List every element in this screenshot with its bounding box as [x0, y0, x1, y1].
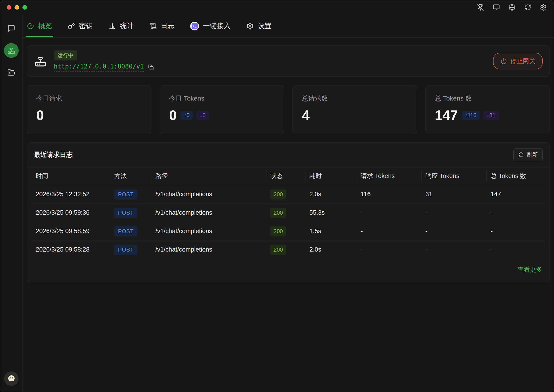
scroll-icon: [149, 22, 157, 30]
cell-res-tokens: -: [421, 222, 486, 240]
cell-req-tokens: -: [357, 222, 421, 240]
tab-label: 统计: [120, 21, 134, 31]
table-row: 2026/3/25 12:32:52 POST /v1/chat/complet…: [32, 185, 545, 204]
method-badge: POST: [114, 245, 137, 255]
traffic-lights: [7, 5, 27, 10]
cell-path: /v1/chat/completions: [151, 204, 266, 222]
router-icon: [34, 55, 47, 68]
output-tokens-chip: ↓31: [483, 111, 499, 120]
refresh-icon[interactable]: [524, 4, 531, 11]
cell-duration: 1.5s: [305, 222, 356, 240]
gauge-icon: [27, 22, 34, 30]
cell-time: 2026/3/25 09:58:59: [32, 222, 110, 240]
key-icon: [68, 22, 75, 30]
cell-res-tokens: -: [421, 240, 486, 259]
tab-overview[interactable]: 概览: [27, 14, 52, 37]
stop-gateway-label: 停止网关: [510, 57, 535, 65]
stop-gateway-button[interactable]: 停止网关: [493, 53, 543, 70]
tab-label: 一键接入: [203, 21, 230, 31]
gateway-status-card: 运行中 http://127.0.0.1:8080/v1 停止网关: [27, 45, 550, 77]
bar-chart-icon: [108, 22, 116, 30]
stat-card-total-tokens: 总 Tokens 数 147 ↑116 ↓31: [425, 85, 550, 134]
logs-title: 最近请求日志: [34, 150, 73, 159]
status-badge: 运行中: [54, 50, 77, 60]
assistant-avatar[interactable]: [4, 371, 18, 386]
status-code-badge: 200: [270, 245, 286, 255]
tab-quick-connect[interactable]: >_ 一键接入: [190, 14, 230, 37]
col-time: 时间: [32, 167, 110, 185]
titlebar: [0, 0, 554, 14]
table-header-row: 时间 方法 路径 状态 耗时 请求 Tokens 响应 Tokens 总 Tok…: [32, 167, 545, 185]
stat-label: 总 Tokens 数: [435, 94, 541, 103]
stats-row: 今日请求 0 今日 Tokens 0 ↑0 ↓0 总请求数 4: [27, 85, 550, 134]
refresh-logs-button[interactable]: 刷新: [513, 148, 543, 161]
stat-value: 4: [302, 108, 309, 122]
cell-duration: 2.0s: [305, 240, 356, 259]
col-duration: 耗时: [305, 167, 356, 185]
monitor-icon[interactable]: [493, 4, 500, 11]
folder-open-icon: [7, 69, 15, 77]
refresh-label: 刷新: [527, 151, 538, 158]
cell-total-tokens: -: [486, 204, 545, 222]
cell-path: /v1/chat/completions: [151, 185, 266, 204]
tab-stats[interactable]: 统计: [108, 14, 134, 37]
cell-req-tokens: 116: [357, 185, 421, 204]
terminal-app-icon: >_: [190, 22, 199, 30]
cell-time: 2026/3/25 09:59:36: [32, 204, 110, 222]
globe-icon[interactable]: [509, 4, 515, 11]
stat-value: 0: [36, 108, 44, 122]
view-more-link[interactable]: 查看更多: [517, 266, 542, 273]
status-code-badge: 200: [270, 226, 286, 236]
recent-logs-card: 最近请求日志 刷新: [27, 142, 550, 283]
app-window: 概览 密钥 统计 日志 >_ 一键接入: [0, 0, 554, 392]
terminal-glyph: >_: [192, 23, 198, 29]
cell-total-tokens: -: [486, 240, 545, 259]
cell-total-tokens: -: [486, 222, 545, 240]
input-tokens-chip: ↑0: [180, 111, 193, 120]
titlebar-actions: [477, 4, 547, 11]
col-res-tokens: 响应 Tokens: [421, 167, 486, 185]
status-code-badge: 200: [270, 208, 286, 218]
method-badge: POST: [114, 208, 137, 218]
stat-card-today-requests: 今日请求 0: [27, 85, 151, 134]
cell-req-tokens: -: [357, 204, 421, 222]
cell-res-tokens: -: [421, 204, 486, 222]
tab-keys[interactable]: 密钥: [68, 14, 93, 37]
tab-settings[interactable]: 设置: [246, 14, 272, 37]
cell-path: /v1/chat/completions: [151, 222, 266, 240]
stat-label: 总请求数: [302, 94, 408, 103]
cell-time: 2026/3/25 12:32:52: [32, 185, 110, 204]
mascot-icon: [7, 373, 16, 384]
col-method: 方法: [110, 167, 151, 185]
sidebar-item-gateway[interactable]: [4, 43, 19, 58]
stat-card-today-tokens: 今日 Tokens 0 ↑0 ↓0: [160, 85, 284, 134]
logs-table: 时间 方法 路径 状态 耗时 请求 Tokens 响应 Tokens 总 Tok…: [32, 167, 545, 259]
cell-total-tokens: 147: [486, 185, 545, 204]
gear-icon: [246, 22, 254, 30]
gateway-url-link[interactable]: http://127.0.0.1:8080/v1: [54, 63, 144, 71]
settings-icon[interactable]: [540, 4, 547, 11]
pin-off-icon[interactable]: [477, 4, 484, 11]
col-total-tokens: 总 Tokens 数: [486, 167, 545, 185]
sidebar-item-chat[interactable]: [7, 24, 16, 33]
stat-label: 今日 Tokens: [169, 94, 275, 103]
table-row: 2026/3/25 09:58:28 POST /v1/chat/complet…: [32, 240, 545, 259]
method-badge: POST: [114, 226, 137, 236]
cell-req-tokens: -: [357, 240, 421, 259]
copy-icon[interactable]: [148, 64, 154, 70]
cell-path: /v1/chat/completions: [151, 240, 266, 259]
close-window-button[interactable]: [7, 5, 11, 10]
zoom-window-button[interactable]: [22, 5, 27, 10]
router-icon: [7, 46, 15, 55]
stat-value: 147: [435, 108, 458, 122]
sidebar: [0, 14, 23, 392]
minimize-window-button[interactable]: [14, 5, 19, 10]
status-code-badge: 200: [270, 189, 286, 199]
cell-duration: 55.3s: [305, 204, 356, 222]
col-req-tokens: 请求 Tokens: [357, 167, 421, 185]
stat-label: 今日请求: [36, 94, 142, 103]
sidebar-item-files[interactable]: [7, 68, 16, 77]
tab-logs[interactable]: 日志: [149, 14, 174, 37]
overview-content: 运行中 http://127.0.0.1:8080/v1 停止网关 今日: [23, 38, 554, 392]
table-row: 2026/3/25 09:58:59 POST /v1/chat/complet…: [32, 222, 545, 240]
